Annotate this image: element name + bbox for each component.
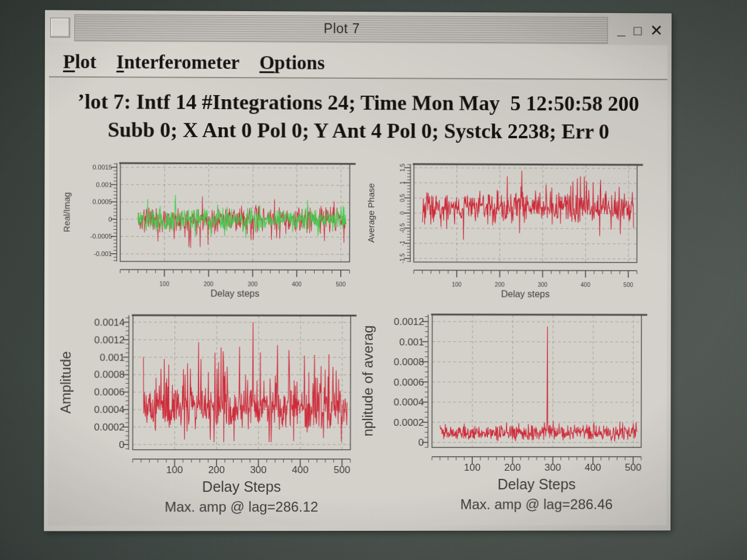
plot7-window: Plot 7 _ □ ✕ Plot Interferometer Options… [44, 10, 672, 531]
menu-interferometer[interactable]: Interferometer [116, 51, 239, 74]
titlebar: Plot 7 _ □ ✕ [49, 14, 668, 44]
plot-header-line2: Subb 0; X Ant 0 Pol 0; Y Ant 4 Pol 0; Sy… [49, 116, 668, 145]
svg-text:0.0004: 0.0004 [394, 397, 424, 408]
svg-text:0: 0 [399, 211, 406, 215]
window-title: Plot 7 [75, 20, 607, 38]
menu-options[interactable]: Options [259, 52, 324, 74]
svg-text:100: 100 [159, 281, 169, 287]
titlebar-strip[interactable]: Plot 7 [74, 15, 608, 44]
svg-text:Delay Steps: Delay Steps [497, 476, 575, 492]
svg-text:400: 400 [292, 464, 308, 475]
amplitude-of-average-canvas: 0.00120.0010.00080.00060.00040.000201002… [359, 305, 665, 522]
svg-text:0.0006: 0.0006 [94, 387, 124, 398]
svg-text:-0.0005: -0.0005 [90, 233, 111, 240]
svg-text:Average Phase: Average Phase [366, 183, 376, 243]
svg-text:Delay steps: Delay steps [501, 288, 550, 299]
svg-text:0: 0 [109, 216, 112, 223]
chart-average-phase: 1.510.50-0.5-1-1.5100200300400500Average… [360, 156, 665, 303]
svg-text:Max. amp @ lag=286.12: Max. amp @ lag=286.12 [165, 499, 318, 514]
svg-text:0.0006: 0.0006 [394, 377, 424, 388]
chart-amplitude: 0.00140.00120.0010.00080.00060.00040.000… [55, 304, 362, 522]
svg-text:nplitude of averag: nplitude of averag [359, 326, 375, 437]
svg-text:0.0012: 0.0012 [394, 316, 424, 327]
svg-text:0.0012: 0.0012 [94, 334, 124, 345]
svg-text:Delay Steps: Delay Steps [202, 478, 281, 495]
svg-text:500: 500 [625, 462, 641, 473]
svg-text:200: 200 [208, 464, 225, 475]
svg-text:0.0005: 0.0005 [92, 198, 112, 205]
svg-text:0.001: 0.001 [399, 337, 424, 348]
real-imag-canvas: 0.00150.0010.00050-0.0005-0.001100200300… [55, 155, 362, 303]
menu-plot[interactable]: Plot [63, 51, 96, 72]
svg-text:0: 0 [119, 439, 125, 450]
svg-text:0.0004: 0.0004 [94, 404, 124, 415]
svg-text:0.0015: 0.0015 [92, 163, 112, 170]
svg-text:200: 200 [204, 281, 214, 287]
amplitude-canvas: 0.00140.00120.0010.00080.00060.00040.000… [55, 304, 362, 522]
svg-text:Delay steps: Delay steps [211, 288, 260, 299]
svg-text:0.001: 0.001 [100, 352, 125, 363]
svg-text:0.0002: 0.0002 [393, 417, 424, 428]
svg-text:0.001: 0.001 [96, 181, 113, 188]
svg-text:1: 1 [399, 181, 406, 184]
svg-text:0.0008: 0.0008 [394, 356, 424, 368]
plot-header-line1: ’lot 7: Intf 14 #Integrations 24; Time M… [49, 88, 668, 117]
chart-real-imag: 0.00150.0010.00050-0.0005-0.001100200300… [55, 155, 362, 303]
svg-text:400: 400 [581, 282, 591, 288]
svg-text:100: 100 [452, 281, 462, 288]
svg-text:100: 100 [166, 464, 183, 475]
close-button[interactable]: ✕ [650, 23, 663, 38]
svg-text:Max. amp @ lag=286.46: Max. amp @ lag=286.46 [460, 496, 613, 512]
plot-content-area: ’lot 7: Intf 14 #Integrations 24; Time M… [48, 78, 667, 526]
svg-text:300: 300 [544, 462, 561, 473]
maximize-button[interactable]: □ [634, 24, 642, 37]
svg-text:-1: -1 [399, 240, 406, 246]
average-phase-canvas: 1.510.50-0.5-1-1.5100200300400500Average… [360, 156, 665, 303]
svg-text:100: 100 [464, 462, 480, 473]
svg-text:-1.5: -1.5 [399, 253, 406, 264]
minimize-button[interactable]: _ [617, 22, 626, 37]
svg-text:-0.5: -0.5 [399, 223, 406, 233]
svg-text:300: 300 [248, 281, 258, 288]
chart-amplitude-of-average: 0.00120.0010.00080.00060.00040.000201002… [359, 305, 665, 522]
svg-text:300: 300 [250, 464, 266, 475]
svg-text:0.0014: 0.0014 [95, 317, 125, 328]
svg-text:400: 400 [585, 462, 601, 473]
svg-text:200: 200 [495, 281, 505, 288]
photo-of-screen: Plot 7 _ □ ✕ Plot Interferometer Options… [0, 0, 747, 560]
svg-text:1.5: 1.5 [399, 163, 406, 172]
window-menu-button[interactable] [50, 18, 70, 37]
window-controls: _ □ ✕ [610, 17, 668, 44]
svg-text:0.0002: 0.0002 [94, 422, 124, 433]
svg-text:0: 0 [418, 437, 424, 448]
svg-text:500: 500 [334, 464, 350, 475]
svg-text:200: 200 [504, 462, 521, 473]
menubar: Plot Interferometer Options [49, 42, 668, 80]
svg-text:0.5: 0.5 [399, 194, 406, 202]
svg-text:500: 500 [623, 282, 633, 288]
svg-text:Real/Imag: Real/Imag [61, 192, 71, 232]
svg-text:Amplitude: Amplitude [58, 351, 74, 414]
svg-text:500: 500 [336, 281, 346, 288]
svg-text:400: 400 [292, 281, 302, 288]
svg-text:300: 300 [537, 282, 547, 288]
svg-text:0.0008: 0.0008 [94, 369, 124, 380]
svg-text:-0.001: -0.001 [94, 250, 112, 257]
